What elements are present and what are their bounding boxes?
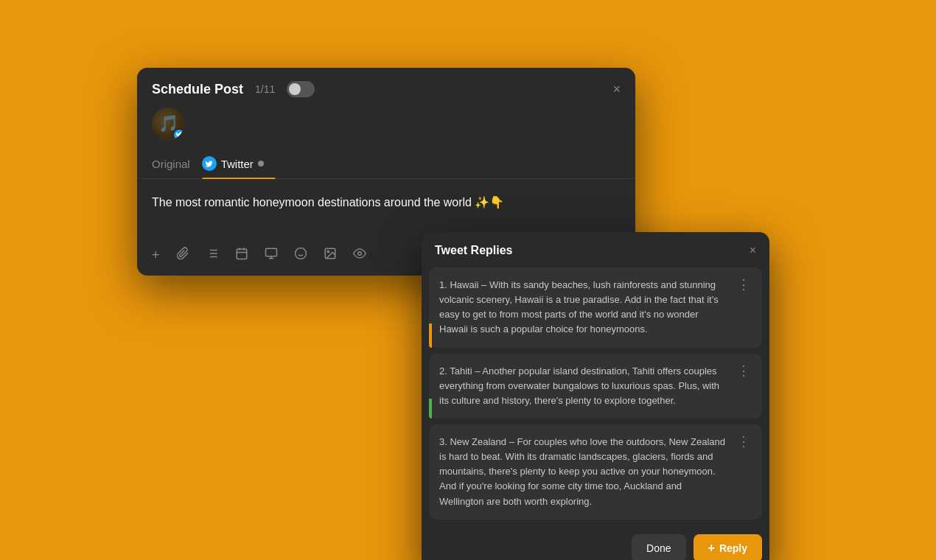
reply-accent-2 (429, 399, 432, 419)
replies-modal-header: Tweet Replies × (422, 232, 769, 267)
svg-rect-6 (237, 249, 247, 259)
modal-title: Schedule Post (152, 82, 243, 97)
tab-twitter-label: Twitter (221, 158, 254, 170)
replies-modal-close-button[interactable]: × (750, 244, 756, 257)
svg-point-18 (357, 252, 361, 256)
done-button[interactable]: Done (632, 534, 685, 560)
tweet-replies-modal: Tweet Replies × 1. Hawaii – With its san… (422, 232, 769, 560)
reply-more-button-1[interactable]: ⋮ (736, 278, 752, 337)
tab-twitter-dot (258, 161, 264, 167)
reply-button[interactable]: + Reply (694, 534, 762, 560)
reply-text-3: 3. New Zealand – For couples who love th… (439, 435, 728, 509)
post-content-area: The most romantic honeymoon destinations… (137, 179, 635, 238)
schedule-modal-close-button[interactable]: × (612, 83, 621, 96)
twitter-tab-icon (202, 156, 217, 171)
tab-twitter[interactable]: Twitter (202, 149, 276, 178)
modal-counter: 1/11 (255, 83, 275, 95)
reply-more-button-2[interactable]: ⋮ (736, 364, 752, 408)
reply-plus-icon: + (708, 542, 715, 555)
avatar: 🎵 (152, 108, 184, 140)
avatar-area: 🎵 (137, 108, 635, 149)
replies-footer: Done + Reply (422, 527, 769, 560)
reply-accent-1 (429, 323, 432, 348)
svg-point-17 (327, 251, 329, 252)
reply-text-2: 2. Tahiti – Another popular island desti… (439, 364, 728, 408)
toggle-switch[interactable] (287, 81, 315, 97)
plus-icon[interactable]: + (152, 248, 160, 263)
tab-original[interactable]: Original (152, 149, 202, 178)
emoji-icon[interactable] (294, 247, 307, 264)
reply-text-1: 1. Hawaii – With its sandy beaches, lush… (439, 278, 728, 337)
tab-original-label: Original (152, 158, 190, 170)
modal-header: Schedule Post 1/11 × (137, 68, 635, 108)
twitter-avatar-badge (172, 128, 184, 140)
reply-card-3: 3. New Zealand – For couples who love th… (429, 424, 762, 519)
replies-modal-title: Tweet Replies (435, 244, 513, 257)
calendar-icon[interactable] (235, 247, 248, 264)
card-icon[interactable] (265, 247, 278, 264)
image-icon[interactable] (324, 247, 337, 264)
reply-card-2: 2. Tahiti – Another popular island desti… (429, 354, 762, 419)
list-icon[interactable] (206, 247, 219, 264)
reply-card-1: 1. Hawaii – With its sandy beaches, lush… (429, 267, 762, 348)
preview-icon[interactable] (353, 247, 366, 264)
tabs-bar: Original Twitter (137, 149, 635, 179)
svg-rect-10 (265, 248, 276, 256)
attachment-icon[interactable] (176, 247, 189, 264)
replies-list: 1. Hawaii – With its sandy beaches, lush… (422, 267, 769, 527)
reply-more-button-3[interactable]: ⋮ (736, 435, 752, 509)
svg-point-13 (295, 248, 306, 259)
reply-button-label: Reply (719, 542, 747, 554)
post-text: The most romantic honeymoon destinations… (152, 196, 504, 209)
